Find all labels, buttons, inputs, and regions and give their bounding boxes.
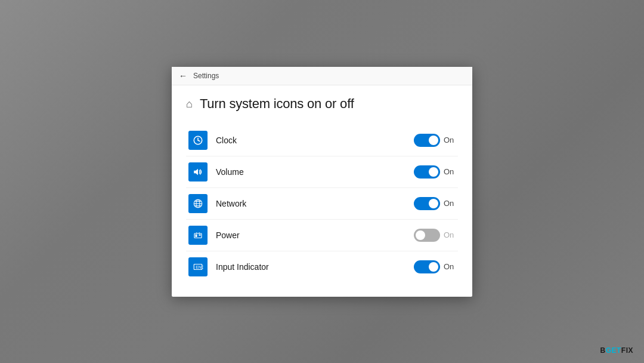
svg-text:ENG: ENG <box>196 265 203 269</box>
back-button[interactable]: ← <box>179 72 187 80</box>
input-indicator-toggle[interactable] <box>414 260 440 273</box>
watermark-get: GET <box>606 346 621 355</box>
clock-toggle[interactable] <box>414 134 440 147</box>
power-icon <box>193 230 203 241</box>
clock-toggle-container: On <box>414 134 456 147</box>
volume-toggle-container: On <box>414 165 456 179</box>
input-indicator-label: Input Indicator <box>216 262 414 272</box>
clock-label: Clock <box>216 136 414 145</box>
clock-toggle-knob <box>429 136 438 145</box>
items-list: Clock On Volume <box>186 125 458 282</box>
power-label: Power <box>216 230 414 240</box>
network-toggle-label: On <box>444 199 456 208</box>
network-icon <box>193 198 203 209</box>
volume-icon-box <box>188 162 208 182</box>
setting-item-power: Power On <box>186 220 458 251</box>
power-toggle-knob <box>416 230 425 240</box>
network-toggle[interactable] <box>414 197 440 210</box>
clock-toggle-label: On <box>444 136 456 144</box>
power-icon-box <box>188 226 208 245</box>
volume-toggle[interactable] <box>414 165 440 179</box>
svg-marker-3 <box>194 168 198 175</box>
title-bar: ← Settings <box>172 67 472 85</box>
input-indicator-toggle-container: On <box>414 260 456 273</box>
clock-icon <box>193 135 203 146</box>
setting-item-network: Network On <box>186 188 458 220</box>
power-toggle[interactable] <box>414 229 440 242</box>
volume-toggle-knob <box>429 167 438 177</box>
power-toggle-container: On <box>414 229 456 242</box>
svg-rect-11 <box>199 234 201 235</box>
input-indicator-icon-box: ENG <box>188 257 208 276</box>
setting-item-volume: Volume On <box>186 156 458 188</box>
input-indicator-toggle-label: On <box>444 262 456 271</box>
main-content: ⌂ Turn system icons on or off Clock <box>172 85 472 297</box>
network-icon-box <box>188 194 208 213</box>
volume-icon <box>193 167 203 177</box>
title-bar-label: Settings <box>193 72 219 80</box>
home-icon[interactable]: ⌂ <box>186 99 193 109</box>
network-label: Network <box>216 199 414 208</box>
input-indicator-icon: ENG <box>193 262 203 272</box>
watermark: BGETFIX <box>600 346 633 355</box>
setting-item-clock: Clock On <box>186 125 458 156</box>
svg-line-2 <box>198 140 200 141</box>
network-toggle-container: On <box>414 197 456 210</box>
settings-window: ← Settings ⌂ Turn system icons on or off… <box>172 67 472 297</box>
setting-item-input-indicator: ENG Input Indicator On <box>186 251 458 282</box>
watermark-b: B <box>600 346 605 355</box>
network-toggle-knob <box>429 199 438 208</box>
svg-rect-10 <box>196 234 197 237</box>
page-title: Turn system icons on or off <box>200 96 354 112</box>
power-toggle-label: On <box>444 230 456 239</box>
input-indicator-toggle-knob <box>429 262 438 272</box>
volume-toggle-label: On <box>444 167 456 176</box>
watermark-fix: FIX <box>621 346 633 355</box>
clock-icon-box <box>188 131 208 150</box>
volume-label: Volume <box>216 167 414 177</box>
page-header: ⌂ Turn system icons on or off <box>186 96 458 112</box>
